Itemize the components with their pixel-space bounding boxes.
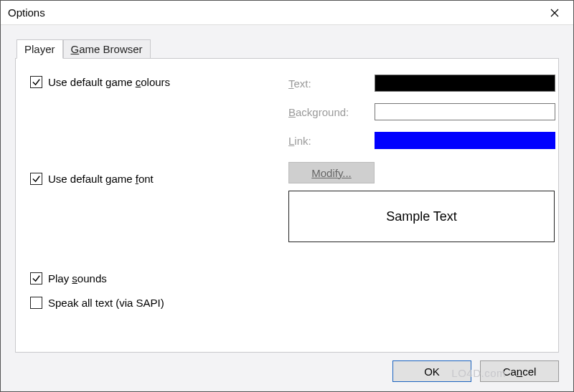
modify-font-button[interactable]: Modify... <box>288 162 375 183</box>
titlebar: Options <box>1 1 573 25</box>
colour-grid: Text: Background: Link: <box>288 70 555 156</box>
label-default-font: Use default game font <box>48 173 154 185</box>
dialog-body: Player Game Browser Use default game col… <box>15 39 559 354</box>
colour-row-text: Text: <box>288 70 555 96</box>
swatch-link-colour[interactable] <box>375 132 555 149</box>
options-dialog: Options Player Game Browser Use default … <box>0 0 574 392</box>
swatch-background-colour[interactable] <box>375 103 555 120</box>
label-play-sounds: Play sounds <box>48 272 107 285</box>
cancel-button-label: Cancel <box>503 365 537 378</box>
row-speak-text: Speak all text (via SAPI) <box>30 297 164 309</box>
tab-player-label: Player <box>24 43 55 55</box>
checkbox-play-sounds[interactable] <box>30 272 42 285</box>
checkbox-default-font[interactable] <box>30 173 42 185</box>
font-controls: Modify... Sample Text <box>288 162 555 242</box>
window-title: Options <box>8 6 45 19</box>
label-text-colour: Text: <box>288 77 375 90</box>
cancel-button[interactable]: Cancel <box>480 360 559 382</box>
font-sample-text: Sample Text <box>386 209 457 224</box>
ok-button-label: OK <box>424 365 440 378</box>
check-icon <box>32 274 41 283</box>
tab-player[interactable]: Player <box>17 39 63 59</box>
swatch-text-colour[interactable] <box>375 75 555 92</box>
checkbox-default-colours[interactable] <box>30 76 42 88</box>
label-background-colour: Background: <box>288 106 375 118</box>
close-button[interactable] <box>540 3 569 23</box>
ok-button[interactable]: OK <box>392 360 471 382</box>
check-icon <box>32 174 41 183</box>
colour-row-link: Link: <box>288 128 555 153</box>
font-sample-box: Sample Text <box>288 191 555 242</box>
label-default-colours: Use default game colours <box>48 76 170 88</box>
tab-game-browser[interactable]: Game Browser <box>63 39 151 58</box>
check-icon <box>32 77 41 87</box>
close-icon <box>550 9 559 17</box>
dialog-buttons: OK Cancel <box>392 360 559 382</box>
modify-font-label: Modify... <box>311 167 352 179</box>
label-speak-text: Speak all text (via SAPI) <box>48 297 164 309</box>
checkbox-speak-text[interactable] <box>30 297 42 309</box>
tab-game-browser-label: Game Browser <box>71 43 143 55</box>
colour-row-background: Background: <box>288 99 555 125</box>
tab-panel-player: Use default game colours Text: Backgroun… <box>15 58 559 353</box>
row-play-sounds: Play sounds <box>30 272 107 285</box>
label-link-colour: Link: <box>288 135 375 147</box>
tab-strip: Player Game Browser <box>17 39 559 58</box>
